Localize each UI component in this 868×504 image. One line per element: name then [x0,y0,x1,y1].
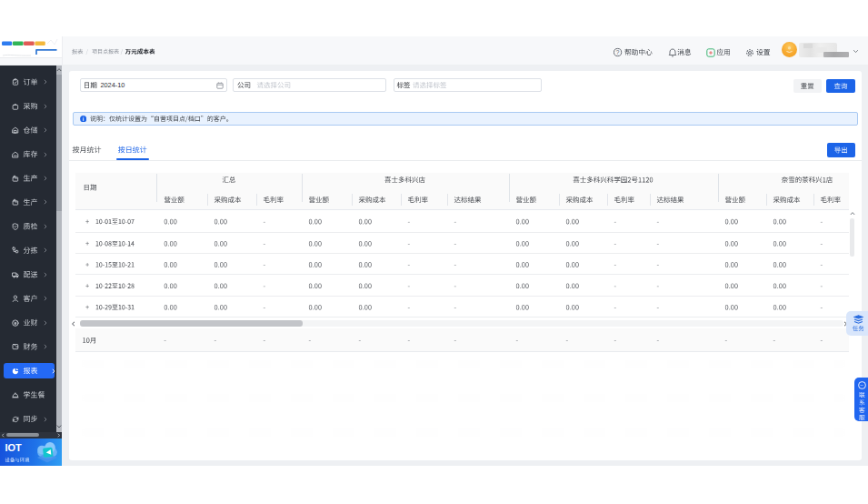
svg-text:?: ? [616,49,620,55]
